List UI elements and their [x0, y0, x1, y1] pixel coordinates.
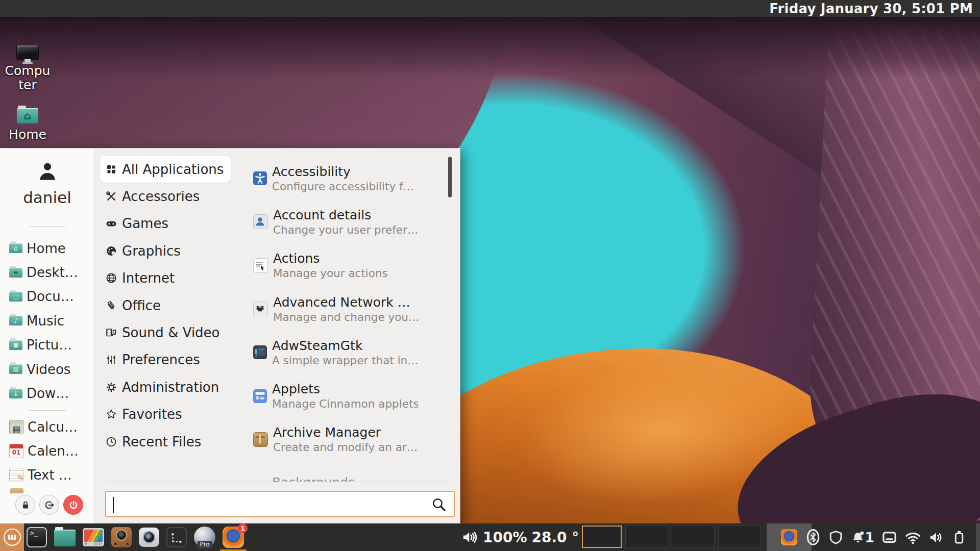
workspace-2[interactable]: [625, 525, 668, 548]
place-label: Home: [27, 241, 66, 256]
workspace-switcher: [582, 525, 761, 549]
gear-icon: [105, 381, 117, 393]
pictures-folder-icon: ▣: [9, 340, 22, 350]
place-desktop[interactable]: ▬ Deskt…: [0, 260, 94, 284]
desktop-icon-home[interactable]: ⌂ Home: [4, 108, 51, 142]
place-downloads[interactable]: ↓ Dow…: [0, 381, 94, 405]
place-home[interactable]: ⌂ Home: [0, 236, 94, 260]
measure-tool-launcher[interactable]: [166, 527, 187, 547]
lock-icon: [20, 499, 31, 511]
category-label: Administration: [122, 380, 219, 395]
volume-level: 100%: [483, 529, 527, 546]
notification-count: 1: [865, 530, 874, 545]
app-actions[interactable]: ActionsManage your actions: [253, 244, 451, 287]
category-label: Preferences: [122, 352, 200, 367]
sidebar-item-label: Text …: [28, 467, 72, 483]
sidebar-item-calculator[interactable]: ▦ Calcu…: [0, 415, 94, 439]
volume-temperature-applet[interactable]: 100% 28.0 °: [461, 523, 579, 551]
divider: [105, 482, 451, 482]
grid-icon: [105, 163, 117, 176]
bluetooth-applet[interactable]: [805, 529, 821, 546]
display-applet[interactable]: [881, 529, 898, 546]
firewall-applet[interactable]: [828, 530, 844, 545]
files-launcher[interactable]: [54, 528, 76, 546]
panel-launchers: >_ Pro 1: [27, 523, 244, 551]
folder-icon: [54, 530, 76, 546]
battery-applet[interactable]: [951, 529, 967, 545]
star-icon: [105, 408, 117, 420]
speaker-app-launcher[interactable]: [111, 527, 132, 547]
place-documents[interactable]: ▢ Docu…: [0, 285, 94, 309]
place-label: Dow…: [27, 386, 69, 401]
app-accessibility[interactable]: AccessibilityConfigure accessibility f…: [253, 157, 451, 200]
app-archive-manager[interactable]: Archive ManagerCreate and modify an ar…: [253, 418, 451, 461]
app-account-details[interactable]: Account detailsChange your user prefer…: [253, 200, 451, 243]
logout-icon: [44, 499, 55, 511]
calculator-icon: ▦: [9, 420, 23, 434]
clock-applet[interactable]: Friday January 30, 5:01 PM: [769, 1, 980, 16]
music-folder-icon: ♪: [9, 316, 22, 325]
app-list-scrollbar[interactable]: [448, 157, 452, 197]
backgrounds-icon: [253, 476, 267, 482]
app-backgrounds[interactable]: Backgrounds: [253, 461, 451, 482]
logout-button[interactable]: [39, 495, 59, 515]
volume-applet[interactable]: [928, 529, 945, 546]
category-games[interactable]: Games: [100, 210, 176, 237]
category-sound-video[interactable]: Sound & Video: [100, 319, 227, 346]
category-graphics[interactable]: Graphics: [100, 237, 188, 264]
user-icon: [36, 160, 59, 183]
speaker-icon: [461, 529, 478, 546]
camera-app-launcher[interactable]: [139, 528, 159, 547]
sidebar-item-text-editor[interactable]: ✎ Text …: [0, 463, 94, 487]
workspace-3[interactable]: [672, 525, 715, 548]
clock-icon: [105, 436, 117, 448]
screen: Friday January 30, 5:01 PM Computer ⌂ Ho…: [0, 0, 980, 551]
place-videos[interactable]: ▤ Videos: [0, 357, 94, 381]
category-office[interactable]: Office: [100, 292, 168, 319]
applets-icon: [253, 389, 267, 403]
show-desktop-strip[interactable]: [976, 523, 980, 551]
terminal-launcher[interactable]: >_: [27, 527, 47, 547]
search-input[interactable]: [113, 494, 422, 515]
session-buttons: [0, 495, 94, 515]
display-app-launcher[interactable]: [83, 528, 104, 546]
sidebar-item-calendar[interactable]: 01 Calen…: [0, 439, 94, 463]
category-internet[interactable]: Internet: [100, 265, 182, 292]
notifications-applet[interactable]: 1: [850, 530, 874, 545]
category-accessories[interactable]: Accessories: [100, 183, 207, 210]
app-name: Actions: [273, 251, 388, 266]
terminal-icon: >_: [30, 529, 38, 537]
google-earth-launcher[interactable]: Pro: [194, 527, 215, 548]
category-recent-files[interactable]: Recent Files: [100, 428, 208, 455]
category-all-applications[interactable]: All Applications: [100, 156, 231, 183]
search-icon: [431, 497, 447, 512]
workspace-1[interactable]: [582, 525, 622, 548]
palette-icon: [105, 245, 117, 257]
desktop-icon-computer[interactable]: Computer: [4, 45, 51, 92]
place-pictures[interactable]: ▣ Pictu…: [0, 333, 94, 357]
category-administration[interactable]: Administration: [100, 373, 226, 400]
home-folder-icon: ⌂: [17, 108, 38, 123]
app-advanced-network[interactable]: Advanced Network …Manage and change you…: [253, 287, 451, 331]
avatar[interactable]: [0, 160, 94, 183]
firefox-launcher[interactable]: 1: [223, 527, 244, 548]
menu-sidebar: daniel ⌂ Home ▬ Deskt… ▢ Docu… ♪ Music: [0, 148, 95, 524]
menu-button[interactable]: ɯ: [0, 523, 24, 551]
network-applet[interactable]: [904, 529, 921, 546]
shutdown-button[interactable]: [63, 495, 83, 515]
battery-icon: [951, 529, 967, 545]
lock-button[interactable]: [15, 495, 35, 515]
home-emblem-icon: ⌂: [17, 108, 38, 123]
category-favorites[interactable]: Favorites: [100, 401, 189, 428]
category-label: Games: [122, 216, 168, 231]
workspace-4[interactable]: [718, 525, 761, 548]
category-label: Sound & Video: [122, 325, 220, 340]
category-preferences[interactable]: Preferences: [100, 346, 207, 373]
place-music[interactable]: ♪ Music: [0, 309, 94, 333]
app-name: Advanced Network …: [273, 295, 419, 310]
account-details-icon: [253, 214, 268, 229]
app-adwsteamgtk[interactable]: AdwSteamGtkA simple wrapper that in…: [253, 331, 451, 374]
app-applets[interactable]: AppletsManage Cinnamon applets: [253, 374, 451, 417]
network-port-icon: [253, 302, 268, 316]
bottom-panel: ɯ >_ Pro 1 100% 28.0 °: [0, 523, 980, 551]
